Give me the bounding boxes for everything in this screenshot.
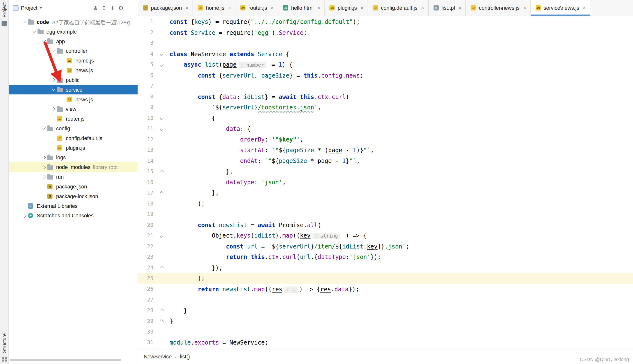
code-line-19[interactable]: 19	[138, 209, 633, 220]
tab-list.tpl[interactable]: list.tpl×	[429, 0, 466, 16]
fold-end-icon[interactable]	[157, 262, 166, 273]
tree-item-run[interactable]: run	[9, 172, 138, 182]
structure-toolwindow-button[interactable]: Structure	[2, 333, 7, 353]
tab-router.js[interactable]: router.js×	[236, 0, 278, 16]
code-line-30[interactable]: 30	[138, 326, 633, 337]
structure-toolwindow-icon[interactable]	[2, 357, 7, 362]
close-tab-icon[interactable]: ×	[523, 5, 526, 11]
code-line-8[interactable]: 8 const {data: idList} = await this.ctx.…	[138, 92, 633, 102]
settings-gear-icon[interactable]: ⚙	[117, 4, 125, 11]
code-text[interactable]: endAt: `"${pageSize * page - 1}"`,	[166, 156, 360, 166]
code-line-14[interactable]: 14 endAt: `"${pageSize * page - 1}"`,	[138, 156, 633, 166]
chevron-down-icon[interactable]: ▾	[40, 5, 42, 11]
locate-icon[interactable]: ⊕	[91, 4, 100, 11]
tree-item-public[interactable]: public	[9, 75, 138, 85]
tree-item-controller[interactable]: controller	[9, 46, 138, 56]
code-line-17[interactable]: 17 },	[138, 188, 633, 198]
code-text[interactable]: const {keys} = require("../../config/con…	[166, 16, 360, 27]
code-text[interactable]: return this.ctx.curl(url,{dataType:'json…	[166, 252, 381, 262]
code-line-10[interactable]: 10 {	[138, 113, 633, 124]
code-text[interactable]: orderBy: '"$key"',	[166, 134, 304, 145]
tree-item-egg-example[interactable]: egg-example	[9, 27, 138, 36]
fold-open-icon[interactable]	[157, 124, 166, 134]
tree-item-External-Libraries[interactable]: External Libraries	[9, 201, 138, 210]
fold-open-icon[interactable]	[157, 59, 166, 70]
tree-item-package-lock.json[interactable]: package-lock.json	[9, 191, 138, 201]
tree-item-app[interactable]: app	[9, 36, 138, 46]
code-line-24[interactable]: 24 }),	[138, 262, 633, 273]
chevron-right-icon[interactable]	[40, 166, 47, 168]
code-line-12[interactable]: 12 orderBy: '"$key"',	[138, 134, 633, 145]
fold-end-icon[interactable]	[157, 188, 166, 198]
code-line-13[interactable]: 13 startAt: `"${pageSize * (page - 1)}"`…	[138, 145, 633, 156]
project-toolwindow-icon[interactable]	[2, 21, 7, 26]
fold-end-icon[interactable]	[157, 316, 166, 326]
code-text[interactable]: }	[166, 305, 187, 316]
code-text[interactable]: );	[166, 273, 205, 284]
chevron-down-icon[interactable]	[40, 40, 47, 42]
chevron-right-icon[interactable]	[21, 214, 28, 217]
chevron-down-icon[interactable]	[50, 50, 57, 52]
code-text[interactable]: {	[166, 113, 216, 124]
tree-item-Scratches-and-Consoles[interactable]: Scratches and Consoles	[9, 210, 138, 220]
tree-item-node_modules[interactable]: node_moduleslibrary root	[9, 162, 138, 172]
collapse-all-icon[interactable]: ↥	[100, 4, 108, 11]
code-line-15[interactable]: 15 },	[138, 166, 633, 177]
code-text[interactable]: );	[166, 198, 205, 209]
code-text[interactable]: data: {	[166, 124, 251, 134]
code-text[interactable]	[166, 209, 170, 220]
tab-home.js[interactable]: home.js×	[193, 0, 236, 16]
code-text[interactable]: },	[166, 166, 233, 177]
code-line-5[interactable]: 5 async list(page: number = 1) {	[138, 59, 633, 70]
code-text[interactable]: const Service = require('egg').Service;	[166, 27, 307, 38]
code-text[interactable]	[166, 81, 170, 92]
code-line-3[interactable]: 3	[138, 38, 633, 49]
tree-item-news.js[interactable]: news.js	[9, 94, 138, 104]
code-line-28[interactable]: 28 }	[138, 305, 633, 316]
code-text[interactable]: async list(page: number = 1) {	[166, 59, 293, 70]
breadcrumb-item[interactable]: NewService	[144, 354, 172, 360]
chevron-right-icon[interactable]	[40, 156, 47, 159]
chevron-down-icon[interactable]	[21, 21, 28, 22]
hide-panel-icon[interactable]: −	[125, 4, 134, 11]
chevron-down-icon[interactable]	[40, 128, 47, 129]
close-tab-icon[interactable]: ×	[186, 5, 189, 11]
chevron-right-icon[interactable]	[40, 175, 47, 178]
code-line-4[interactable]: 4class NewService extends Service {	[138, 49, 633, 59]
code-line-23[interactable]: 23 return this.ctx.curl(url,{dataType:'j…	[138, 252, 633, 262]
tab-package.json[interactable]: package.json×	[138, 0, 193, 16]
chevron-down-icon[interactable]	[31, 31, 38, 32]
code-text[interactable]	[166, 294, 170, 305]
code-line-27[interactable]: 27	[138, 294, 633, 305]
chevron-down-icon[interactable]	[50, 89, 57, 90]
code-line-9[interactable]: 9 `${serverUrl}/topstories.json`,	[138, 102, 633, 113]
fold-end-icon[interactable]	[157, 166, 166, 177]
tab-hello.html[interactable]: hello.html×	[278, 0, 325, 16]
tree-item-package.json[interactable]: package.json	[9, 182, 138, 191]
tab-plugin.js[interactable]: plugin.js×	[325, 0, 368, 16]
code-text[interactable]: }	[166, 316, 173, 326]
code-line-20[interactable]: 20 const newsList = await Promise.all(	[138, 220, 633, 230]
close-tab-icon[interactable]: ×	[228, 5, 231, 11]
tree-item-router.js[interactable]: router.js	[9, 114, 138, 124]
code-line-25[interactable]: 25 );	[138, 273, 633, 284]
code-text[interactable]	[166, 326, 170, 337]
code-line-16[interactable]: 16 dataType: 'json',	[138, 177, 633, 188]
tree-item-home.js[interactable]: home.js	[9, 56, 138, 66]
code-line-6[interactable]: 6 const {serverUrl, pageSize} = this.con…	[138, 70, 633, 81]
tree-item-plugin.js[interactable]: plugin.js	[9, 143, 138, 152]
fold-open-icon[interactable]	[157, 113, 166, 124]
tab-service-news.js[interactable]: service\news.js×	[530, 0, 590, 16]
close-tab-icon[interactable]: ×	[317, 5, 320, 11]
code-line-1[interactable]: 1const {keys} = require("../../config/co…	[138, 16, 633, 27]
code-line-18[interactable]: 18 );	[138, 198, 633, 209]
code-text[interactable]: class NewService extends Service {	[166, 49, 290, 59]
horizontal-scrollbar[interactable]	[10, 359, 121, 361]
code-text[interactable]: return newsList.map((res: …) => {res.dat…	[166, 284, 359, 294]
code-text[interactable]: const {data: idList} = await this.ctx.cu…	[166, 92, 349, 102]
code-text[interactable]: Object.keys(idList).map((key: string ) =…	[166, 230, 367, 241]
chevron-right-icon[interactable]	[50, 108, 57, 110]
tree-item-service[interactable]: service	[9, 84, 138, 94]
code-text[interactable]: const url = `${serverUrl}/item/${idList[…	[166, 241, 409, 252]
code-line-2[interactable]: 2const Service = require('egg').Service;	[138, 27, 633, 38]
